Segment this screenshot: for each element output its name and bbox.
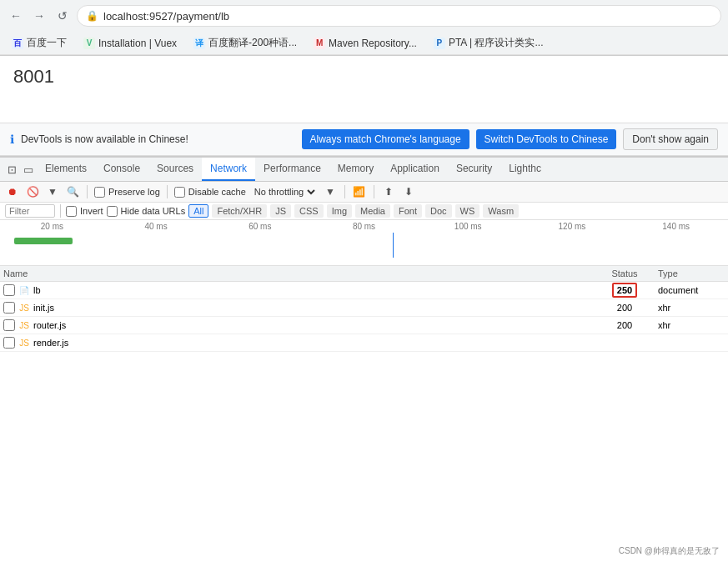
tab-security[interactable]: Security (448, 158, 500, 181)
back-button[interactable]: ← (7, 7, 25, 25)
switch-chinese-button[interactable]: Switch DevTools to Chinese (476, 129, 617, 149)
dont-show-again-button[interactable]: Don't show again (623, 128, 718, 150)
preserve-log-checkbox[interactable] (94, 187, 105, 198)
cursor-icon[interactable]: ⊡ (3, 161, 20, 178)
page-content: 8001 (0, 56, 728, 123)
row-type-lb: document (658, 285, 725, 295)
info-icon: ℹ (10, 133, 14, 146)
row-checkbox-routerjs[interactable] (3, 319, 15, 331)
row-type-initjs: xhr (658, 303, 725, 313)
hide-urls-text: Hide data URLs (121, 206, 186, 216)
tab-application[interactable]: Application (382, 158, 448, 181)
devtools-tabs: ⊡ ▭ Elements Console Sources Network Per… (0, 158, 728, 182)
bookmark-icon-1: V (83, 38, 95, 49)
row-name-routerjs: router.js (33, 320, 591, 330)
row-status-routerjs: 200 (591, 320, 658, 330)
filter-bar: Invert Hide data URLs All Fetch/XHR JS C… (0, 203, 728, 220)
preserve-log-label[interactable]: Preserve log (94, 187, 160, 198)
js-icon-3: JS (18, 337, 30, 349)
separator-1 (87, 185, 88, 198)
bookmark-item-2[interactable]: 译百度翻译-200种语... (188, 34, 302, 52)
record-button[interactable]: ⏺ (5, 184, 20, 199)
timeline-label-80ms: 80 ms (312, 222, 416, 231)
bookmark-label-2: 百度翻译-200种语... (208, 36, 297, 50)
separator-4 (374, 185, 374, 198)
download-icon[interactable]: ⬇ (401, 184, 416, 199)
preserve-log-text: Preserve log (108, 187, 160, 197)
header-status: Status (591, 268, 658, 278)
invert-checkbox[interactable] (66, 206, 77, 217)
filter-media[interactable]: Media (355, 204, 390, 218)
address-bar[interactable]: 🔒 localhost:9527/payment/lb (77, 5, 721, 27)
filter-font[interactable]: Font (394, 204, 422, 218)
tab-performance[interactable]: Performance (255, 158, 329, 181)
row-name-lb: lb (33, 285, 591, 295)
devtools-panel: ⊡ ▭ Elements Console Sources Network Per… (0, 156, 728, 352)
row-checkbox-renderjs[interactable] (3, 337, 15, 349)
tab-network[interactable]: Network (202, 158, 255, 181)
hide-urls-checkbox[interactable] (107, 206, 118, 217)
doc-icon: 📄 (18, 284, 30, 296)
filter-fetch-xhr[interactable]: Fetch/XHR (212, 204, 267, 218)
timeline-label-120ms: 120 ms (520, 222, 625, 231)
status-badge-lb: 250 (612, 283, 637, 298)
invert-label[interactable]: Invert (66, 206, 103, 217)
timeline-labels: 20 ms 40 ms 60 ms 80 ms 100 ms 120 ms 14… (0, 220, 728, 233)
bookmarks-bar: 百百度一下VInstallation | Vuex译百度翻译-200种语...M… (0, 32, 728, 55)
throttle-select[interactable]: No throttling (251, 186, 318, 198)
filter-doc[interactable]: Doc (425, 204, 452, 218)
url-text: localhost:9527/payment/lb (103, 10, 229, 23)
filter-all[interactable]: All (188, 204, 208, 218)
bookmark-item-4[interactable]: PPTA | 程序设计类实... (429, 34, 549, 52)
bookmark-item-1[interactable]: VInstallation | Vuex (78, 36, 182, 51)
clear-button[interactable]: 🚫 (25, 184, 40, 199)
bookmark-label-3: Maven Repository... (329, 38, 417, 49)
table-row[interactable]: 📄 lb 250 document (0, 282, 728, 299)
tab-memory[interactable]: Memory (329, 158, 382, 181)
tab-sources[interactable]: Sources (148, 158, 202, 181)
separator-2 (167, 185, 168, 198)
filter-js[interactable]: JS (270, 204, 291, 218)
wifi-icon[interactable]: 📶 (352, 184, 367, 199)
filter-wasm[interactable]: Wasm (483, 204, 519, 218)
mobile-icon[interactable]: ▭ (20, 161, 37, 178)
filter-icon[interactable]: ▼ (45, 184, 60, 199)
filter-img[interactable]: Img (327, 204, 352, 218)
filter-ws[interactable]: WS (455, 204, 480, 218)
bookmark-item-0[interactable]: 百百度一下 (7, 34, 72, 52)
timeline-label-20ms: 20 ms (0, 222, 104, 231)
table-row[interactable]: JS render.js (0, 334, 728, 352)
disable-cache-checkbox[interactable] (174, 187, 185, 198)
hide-urls-label[interactable]: Hide data URLs (107, 206, 186, 217)
match-language-button[interactable]: Always match Chrome's language (302, 129, 469, 149)
row-name-initjs: init.js (33, 303, 591, 313)
disable-cache-text: Disable cache (188, 187, 246, 197)
bookmark-label-0: 百度一下 (27, 36, 67, 50)
bookmark-item-3[interactable]: MMaven Repository... (309, 36, 422, 51)
js-icon: JS (18, 302, 30, 314)
upload-icon[interactable]: ⬆ (381, 184, 396, 199)
timeline-label-140ms: 140 ms (624, 222, 728, 231)
disable-cache-label[interactable]: Disable cache (174, 187, 246, 198)
throttle-arrow[interactable]: ▼ (323, 184, 338, 199)
bookmark-label-1: Installation | Vuex (98, 38, 177, 49)
tab-elements[interactable]: Elements (37, 158, 95, 181)
page-title: 8001 (13, 66, 715, 88)
bookmark-icon-0: 百 (12, 38, 23, 49)
forward-button[interactable]: → (30, 7, 48, 25)
tab-lighthouse[interactable]: Lighthc (500, 158, 550, 181)
filter-input[interactable] (5, 204, 55, 218)
header-name: Name (3, 268, 591, 278)
invert-text: Invert (80, 206, 103, 216)
table-row[interactable]: JS router.js 200 xhr (0, 317, 728, 334)
table-row[interactable]: JS init.js 200 xhr (0, 299, 728, 317)
filter-css[interactable]: CSS (294, 204, 324, 218)
nav-bar: ← → ↺ 🔒 localhost:9527/payment/lb (0, 0, 728, 32)
row-checkbox-initjs[interactable] (3, 302, 15, 314)
timeline-label-40ms: 40 ms (104, 222, 208, 231)
row-checkbox-lb[interactable] (3, 284, 15, 296)
timeline-label-60ms: 60 ms (208, 222, 312, 231)
tab-console[interactable]: Console (95, 158, 148, 181)
search-icon[interactable]: 🔍 (65, 184, 80, 199)
refresh-button[interactable]: ↺ (53, 7, 72, 25)
